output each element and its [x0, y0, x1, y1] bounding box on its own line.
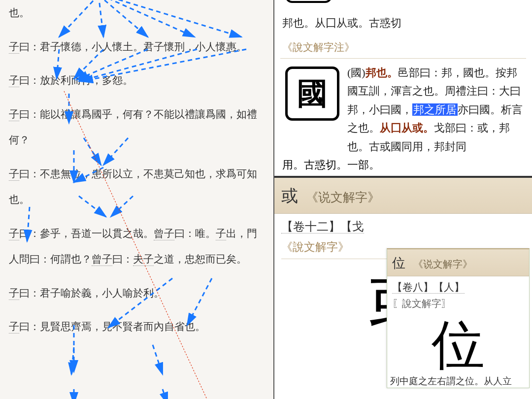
source-label: 《说文解字》	[306, 191, 380, 204]
text-line[interactable]: 也。	[9, 0, 265, 26]
text-line[interactable]: 子曰：參乎，吾道一以貫之哉。曾子曰：唯。子出，門人問曰：何謂也？曾子曰：夫子之道…	[9, 221, 265, 272]
panel-header: 或 《说文解字》	[274, 178, 532, 214]
seal-glyph-large: 位	[387, 314, 529, 373]
panel-header: 位 《说文解字》	[387, 249, 529, 276]
seal-glyph-icon: 國	[285, 66, 339, 121]
text-line[interactable]: 子曰：君子喻於義，小人喻於利。	[9, 280, 265, 306]
headword: 位	[392, 256, 405, 270]
volume-line: 【卷八】【人】	[387, 276, 529, 295]
analects-text-pane[interactable]: 也。 子曰：君子懷德，小人懷土。君子懷刑，小人懷惠。 子曰：放於利而行，多怨。 …	[0, 0, 273, 399]
source-label: 《说文解字》	[413, 259, 472, 269]
book-title: 〖說文解字〗	[387, 297, 529, 314]
commentary-text: (國)邦也。邑部曰：邦，國也。按邦國互訓，渾言之也。周禮注曰：大曰邦，小曰國，邦…	[347, 64, 526, 156]
dict-entry-wei-popup[interactable]: 位 《说文解字》 【卷八】【人】 〖說文解字〗 位 列中庭之左右謂之位。从人立	[387, 248, 530, 388]
text-line[interactable]: 子曰：不患無位，患所以立，不患莫己知也，求爲可知也。	[9, 161, 265, 213]
definition-text: 邦也。从囗从或。古惑切	[282, 16, 526, 31]
seal-glyph-icon: 國	[285, 0, 332, 3]
commentary-title: 《說文解字注》	[280, 37, 526, 59]
commentary-tail: 用。古惑切。一部。	[280, 156, 526, 176]
text-line[interactable]: 子曰：見賢思齊焉，見不賢者而內自省也。	[9, 314, 265, 340]
definition-tail: 列中庭之左右謂之位。从人立	[387, 373, 529, 388]
headword: 或	[281, 187, 298, 205]
dict-entry-guo[interactable]: 國 邦也。从囗从或。古惑切 《說文解字注》 國 (國)邦也。邑部曰：邦，國也。按…	[274, 0, 532, 176]
text-line[interactable]: 子曰：君子懷德，小人懷土。君子懷刑，小人懷惠。	[9, 34, 265, 60]
volume-line: 【卷十二】【戈	[281, 219, 525, 234]
text-line[interactable]: 子曰：能以禮讓爲國乎，何有？不能以禮讓爲國，如禮何？	[9, 101, 265, 153]
text-line[interactable]: 子曰：放於利而行，多怨。	[9, 67, 265, 94]
